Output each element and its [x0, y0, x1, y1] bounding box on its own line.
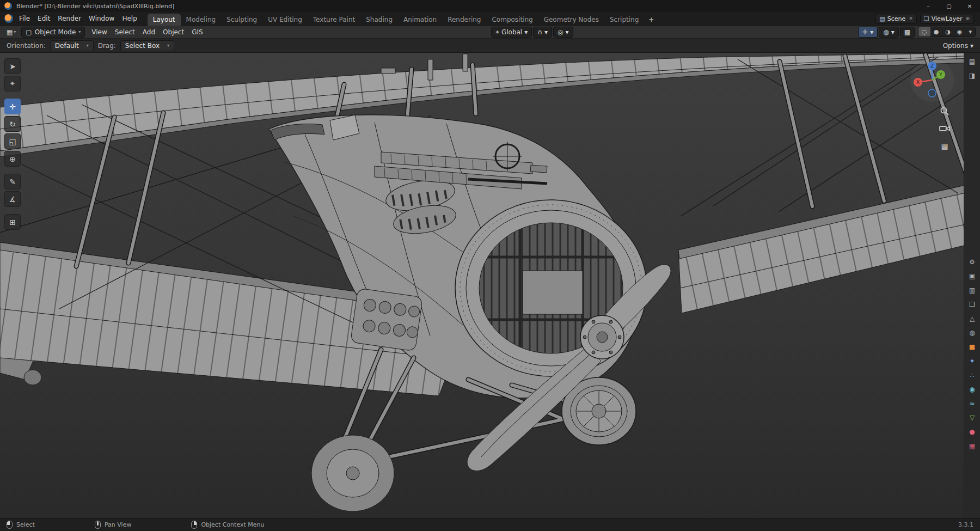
- tab-modifiers-icon[interactable]: ✦: [967, 356, 978, 367]
- tab-sculpting[interactable]: Sculpting: [221, 14, 262, 26]
- tab-tool-icon[interactable]: ⚙: [967, 257, 978, 267]
- cursor-icon: ⌖: [10, 79, 15, 88]
- grid-icon: ▦: [941, 142, 948, 150]
- tab-render-icon[interactable]: ▣: [967, 271, 978, 282]
- blender-menu-icon[interactable]: [4, 14, 13, 23]
- tab-object-icon[interactable]: ■: [967, 341, 978, 352]
- drag-label: Drag:: [98, 42, 116, 50]
- chevron-down-icon[interactable]: ▾: [965, 27, 975, 36]
- tab-view-layer-icon[interactable]: ❏: [967, 299, 978, 310]
- tab-object-data-icon[interactable]: ▽: [967, 412, 978, 423]
- viewlayer-name: ViewLayer: [932, 15, 963, 22]
- transform-orientation-selector[interactable]: ⌖ Global ▾: [491, 27, 532, 38]
- tab-scene-icon[interactable]: △: [967, 313, 978, 324]
- orientation-icon: ⌖: [495, 28, 499, 36]
- orientation-dropdown[interactable]: Default ▾: [50, 40, 94, 51]
- editor-type-icon: ▦: [7, 28, 13, 36]
- tab-output-icon[interactable]: ▥: [967, 285, 978, 296]
- tool-cursor[interactable]: ⌖: [4, 76, 21, 91]
- status-pan-label: Pan View: [105, 521, 131, 528]
- blender-logo-icon: [4, 2, 12, 10]
- maximize-button[interactable]: ▢: [939, 0, 959, 12]
- tab-texture-icon[interactable]: ▦: [967, 441, 978, 451]
- tab-geometry-nodes[interactable]: Geometry Nodes: [538, 14, 604, 26]
- drag-dropdown[interactable]: Select Box ▾: [120, 40, 174, 51]
- projection-toggle-control[interactable]: ▦: [939, 140, 951, 152]
- menu-file[interactable]: File: [15, 13, 34, 24]
- workspace-tabs: Layout Modeling Sculpting UV Editing Tex…: [148, 12, 659, 26]
- chevron-down-icon: ▾: [544, 28, 548, 36]
- menu-add[interactable]: Add: [139, 27, 158, 37]
- tab-shading[interactable]: Shading: [360, 14, 398, 26]
- shading-solid-button[interactable]: ●: [930, 27, 942, 36]
- properties-toggle-icon[interactable]: ◨: [967, 70, 978, 81]
- viewport-3d[interactable]: ➤ ⌖ ✛ ↻ ◱ ⊕ ✎ ∡ ⊞ Z Y X: [0, 53, 980, 518]
- tab-rendering[interactable]: Rendering: [442, 14, 486, 26]
- viewport-canvas[interactable]: [0, 53, 980, 518]
- menu-gis[interactable]: GIS: [188, 27, 206, 37]
- tab-particles-icon[interactable]: ∴: [967, 370, 978, 381]
- status-context-menu: Object Context Menu: [191, 521, 264, 529]
- sidebar-toggle-icon[interactable]: ▤: [967, 56, 978, 67]
- menu-object[interactable]: Object: [160, 27, 187, 37]
- axis-z-negative-handle[interactable]: [928, 89, 936, 97]
- overlays-toggle[interactable]: ◍ ▾: [879, 27, 899, 38]
- zoom-control[interactable]: [939, 105, 951, 117]
- add-workspace-button[interactable]: +: [644, 14, 658, 26]
- chevron-down-icon: ▾: [870, 28, 873, 36]
- tab-texture-paint[interactable]: Texture Paint: [308, 14, 360, 26]
- menu-window[interactable]: Window: [85, 13, 118, 24]
- close-button[interactable]: ✕: [959, 0, 980, 12]
- editor-type-selector[interactable]: ▦ ▾: [4, 27, 18, 37]
- orientation-dropdown-value: Default: [55, 42, 79, 50]
- navigation-gizmo[interactable]: Z Y X: [909, 57, 955, 103]
- snapping-control[interactable]: ∩ ▾: [533, 27, 552, 38]
- tool-transform[interactable]: ⊕: [4, 151, 21, 167]
- camera-view-control[interactable]: [939, 123, 951, 135]
- xray-toggle[interactable]: ▩: [900, 27, 915, 38]
- shading-mode-group: ◌ ● ◑ ◉ ▾: [918, 27, 976, 37]
- proportional-edit-control[interactable]: ◎ ▾: [553, 27, 573, 38]
- mode-selector[interactable]: ▢ Object Mode ▾: [21, 27, 85, 38]
- overlays-icon: ◍: [883, 28, 889, 36]
- tool-add-cube[interactable]: ⊞: [4, 214, 21, 230]
- properties-tabs: ⚙ ▣ ▥ ❏ △ ◍ ■ ✦ ∴ ◉ ≈ ▽ ● ▦: [967, 257, 978, 455]
- menu-help[interactable]: Help: [118, 13, 140, 24]
- shading-rendered-button[interactable]: ◉: [954, 27, 966, 36]
- tab-layout[interactable]: Layout: [148, 14, 181, 26]
- menu-select[interactable]: Select: [112, 27, 138, 37]
- menu-view[interactable]: View: [88, 27, 110, 37]
- scene-selector[interactable]: ▤ Scene ✕: [875, 14, 917, 24]
- shading-material-button[interactable]: ◑: [942, 27, 954, 36]
- tool-measure[interactable]: ∡: [4, 191, 21, 207]
- tool-scale[interactable]: ◱: [4, 133, 21, 149]
- tab-scripting[interactable]: Scripting: [604, 14, 644, 26]
- show-gizmo-toggle[interactable]: ✛ ▾: [858, 27, 878, 38]
- chevron-down-icon: ▾: [167, 43, 169, 48]
- menu-render[interactable]: Render: [54, 13, 85, 24]
- chevron-down-icon: ▾: [87, 43, 89, 48]
- scene-unlink-icon[interactable]: ✕: [909, 16, 913, 21]
- viewlayer-selector[interactable]: ❏ ViewLayer ⊕: [920, 14, 973, 24]
- tab-uv-editing[interactable]: UV Editing: [262, 14, 308, 26]
- tab-compositing[interactable]: Compositing: [486, 14, 538, 26]
- shading-wireframe-button[interactable]: ◌: [918, 27, 930, 36]
- tab-world-icon[interactable]: ◍: [967, 327, 978, 338]
- options-dropdown[interactable]: Options ▾: [943, 42, 973, 50]
- minimize-button[interactable]: –: [918, 0, 939, 12]
- tab-material-icon[interactable]: ●: [967, 426, 978, 437]
- tab-modeling[interactable]: Modeling: [181, 14, 222, 26]
- tool-move[interactable]: ✛: [4, 99, 21, 114]
- tab-physics-icon[interactable]: ◉: [967, 384, 978, 395]
- menu-edit[interactable]: Edit: [34, 13, 54, 24]
- tool-annotate[interactable]: ✎: [4, 174, 21, 190]
- tab-animation[interactable]: Animation: [398, 14, 442, 26]
- tool-select-box[interactable]: ➤: [4, 58, 21, 74]
- gizmo-icon: ✛: [862, 28, 868, 36]
- tab-constraints-icon[interactable]: ≈: [967, 398, 978, 409]
- view-controls: ▦: [939, 105, 951, 152]
- new-viewlayer-icon[interactable]: ⊕: [965, 16, 970, 21]
- titlebar: Blender* [D:\-Blender věci\ostatní\SpadX…: [0, 0, 980, 12]
- status-select-label: Select: [16, 521, 35, 528]
- tool-rotate[interactable]: ↻: [4, 116, 21, 132]
